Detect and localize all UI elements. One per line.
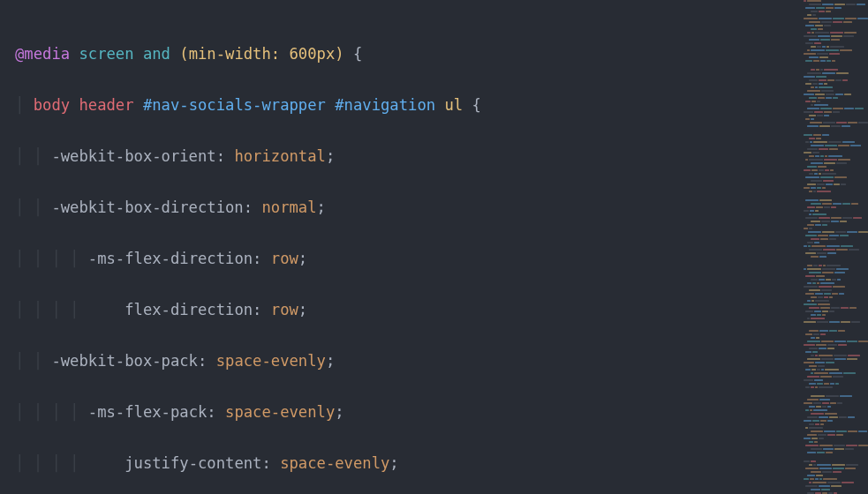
indent-guide: │ [15, 352, 34, 370]
code-line: │ │ │ │ -ms-flex-direction: row; [15, 246, 801, 272]
code-line: │ │ │ │ flex-direction: row; [15, 297, 801, 323]
minimap-content [801, 0, 868, 494]
value-token: space-evenly [216, 352, 326, 370]
code-line: @media screen and (min-width: 600px) { [15, 41, 801, 67]
indent-guide: │ [15, 147, 34, 165]
property-token: -ms-flex-direction [88, 250, 253, 267]
indent-guide: │ [70, 454, 88, 472]
indent-guide: │ [51, 403, 70, 421]
selector-token: header [79, 96, 133, 114]
minimap[interactable] [801, 0, 868, 494]
at-rule-token: @media [15, 45, 70, 63]
indent-guide: │ [51, 301, 70, 318]
indent-guide: │ [34, 403, 52, 421]
indent-guide: │ [70, 301, 88, 318]
value-token: space-evenly [280, 454, 389, 472]
indent-guide: │ [34, 352, 52, 370]
indent-guide: │ [15, 301, 34, 318]
value-token: normal [261, 198, 316, 216]
keyword-token: and [143, 45, 170, 63]
property-token: -webkit-box-pack [51, 352, 198, 370]
indent-guide: │ [34, 147, 52, 165]
indent-guide: │ [70, 250, 88, 267]
code-line: │ │ │ │ justify-content: space-evenly; [15, 451, 801, 476]
indent-guide: │ [15, 96, 34, 114]
code-line: │ │ -webkit-box-pack: space-evenly; [15, 348, 801, 374]
property-token: -ms-flex-pack [88, 403, 208, 421]
indent-guide: │ [15, 250, 34, 267]
code-editor[interactable]: @media screen and (min-width: 600px) { │… [0, 0, 801, 494]
code-line: │ │ -webkit-box-direction: normal; [15, 195, 801, 221]
indent-guide: │ [70, 403, 88, 421]
value-token: row [271, 250, 298, 267]
brace-token: { [472, 96, 481, 114]
media-condition-token: (min-width: 600px) [179, 45, 343, 63]
selector-id-token: #nav-socials-wrapper [143, 96, 326, 114]
code-line: │ │ │ │ -ms-flex-pack: space-evenly; [15, 400, 801, 425]
indent-guide: │ [34, 301, 52, 318]
selector-id-token: #navigation [335, 96, 435, 114]
brace-token: { [353, 45, 362, 63]
indent-guide: │ [34, 454, 52, 472]
indent-guide: │ [34, 198, 52, 216]
property-token: -webkit-box-orient [51, 147, 215, 165]
keyword-token: screen [79, 45, 133, 63]
property-token: flex-direction [125, 301, 253, 318]
value-token: space-evenly [225, 403, 335, 421]
value-token: horizontal [234, 147, 325, 165]
code-line: │ │ -webkit-box-orient: horizontal; [15, 144, 801, 169]
indent-guide: │ [34, 250, 52, 267]
indent-guide: │ [15, 454, 34, 472]
indent-guide: │ [51, 250, 70, 267]
selector-token: ul [444, 96, 463, 114]
selector-token: body [34, 96, 70, 114]
indent-guide: │ [51, 454, 70, 472]
indent-guide: │ [15, 198, 34, 216]
property-token: justify-content [125, 454, 261, 472]
indent-guide: │ [15, 403, 34, 421]
code-line: │ body header #nav-socials-wrapper #navi… [15, 93, 801, 118]
value-token: row [271, 301, 298, 318]
property-token: -webkit-box-direction [51, 198, 243, 216]
